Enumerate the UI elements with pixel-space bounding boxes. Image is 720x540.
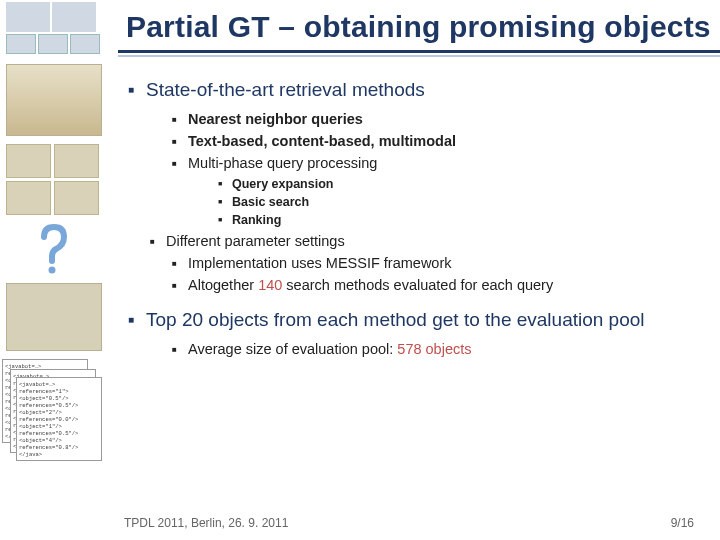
title-underline [118,50,720,53]
thumb-image [52,2,96,32]
question-mark-icon [6,221,102,277]
highlight-number: 578 objects [397,341,471,357]
thumb-row-top [0,0,108,56]
thumb-image [6,181,51,215]
footer-venue: TPDL 2011, Berlin, 26. 9. 2011 [124,516,288,530]
misc-image [6,283,102,351]
slide: <javabot=…> references="1"> <object="0.5… [0,0,720,540]
bullet-text: Altogether [188,277,258,293]
slide-footer: TPDL 2011, Berlin, 26. 9. 2011 9/16 [118,516,708,530]
bullet-level2: Nearest neighbor queries [188,111,710,127]
bullet-text: Average size of evaluation pool: [188,341,397,357]
bullet-level3: Basic search [232,195,710,209]
bullet-level2: Altogether 140 search methods evaluated … [188,277,710,293]
thumb-image [54,181,99,215]
bullet-level3: Query expansion [232,177,710,191]
pyramid-grid [6,144,102,215]
main-content: Partial GT – obtaining promising objects… [118,0,720,540]
bullet-level2: Multi-phase query processing [188,155,710,171]
bullet-level1: State-of-the-art retrieval methods [146,79,710,101]
bullet-text: search methods evaluated for each query [282,277,553,293]
thumb-image [6,2,50,32]
pyramid-image [6,64,102,136]
sidebar-image-strip: <javabot=…> references="1"> <object="0.5… [0,0,108,540]
bullet-level3: Ranking [232,213,710,227]
bullet-level2: Different parameter settings [166,233,710,249]
thumb-image [70,34,100,54]
footer-page-number: 9/16 [671,516,694,530]
bullet-level2: Text-based, content-based, multimodal [188,133,710,149]
thumb-image [6,34,36,54]
highlight-number: 140 [258,277,282,293]
bullet-level1: Top 20 objects from each method get to t… [146,309,710,331]
slide-title: Partial GT – obtaining promising objects [118,0,720,46]
bullet-level2: Average size of evaluation pool: 578 obj… [188,341,710,357]
thumb-image [6,144,51,178]
xml-cards-stack: <javabot=…> references="1"> <object="0.5… [2,359,102,459]
bullet-level2: Implementation uses MESSIF framework [188,255,710,271]
svg-point-0 [49,267,56,274]
xml-card: <javabot=…> references="1"> <object="0.5… [16,377,102,461]
thumb-image [38,34,68,54]
thumb-image [54,144,99,178]
bullet-list: State-of-the-art retrieval methods Neare… [118,57,720,357]
